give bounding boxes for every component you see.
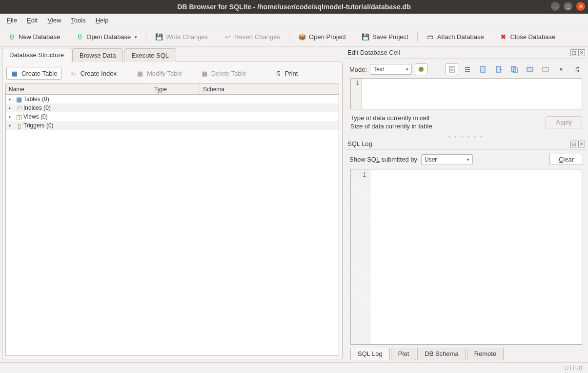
bottom-tab-db-schema[interactable]: DB Schema xyxy=(417,348,466,360)
cell-editor[interactable]: 1 xyxy=(350,78,582,109)
null-icon xyxy=(527,66,533,73)
tab-database-structure[interactable]: Database Structure xyxy=(2,48,71,62)
svg-point-0 xyxy=(419,67,424,72)
expand-icon[interactable]: ▸ xyxy=(9,123,15,128)
dot-button[interactable] xyxy=(555,63,568,75)
print-cell-button[interactable] xyxy=(570,63,583,75)
panel-close-button[interactable]: ✕ xyxy=(578,49,585,56)
undock-button[interactable]: ◱ xyxy=(570,141,577,147)
tree-row-tables[interactable]: ▸ Tables (0) xyxy=(6,95,339,104)
open-project-button[interactable]: Open Project xyxy=(295,31,349,43)
text-view-button[interactable] xyxy=(446,63,458,75)
copy-icon xyxy=(511,66,518,73)
submitted-by-select[interactable]: User ▾ xyxy=(421,154,473,165)
toolbar-separator xyxy=(417,32,418,42)
indent-button[interactable] xyxy=(415,63,427,75)
apply-button[interactable]: Apply xyxy=(546,116,582,128)
create-index-button[interactable]: Create Index xyxy=(65,67,120,79)
blob-button[interactable] xyxy=(539,63,552,75)
toolbar-separator xyxy=(289,32,289,42)
clear-button[interactable]: Clear xyxy=(549,154,583,165)
attach-database-button[interactable]: Attach Database xyxy=(424,31,487,43)
print-button[interactable]: Print xyxy=(270,67,302,79)
chevron-down-icon: ▾ xyxy=(467,157,469,162)
content-area: Database Structure Browse Data Execute S… xyxy=(0,47,588,362)
modify-table-icon xyxy=(136,69,144,77)
sql-log-toolbar: Show SQL submitted by User ▾ Clear xyxy=(346,150,586,169)
revert-changes-button[interactable]: Revert Changes xyxy=(221,31,283,43)
mode-select[interactable]: Text ▾ xyxy=(370,64,412,75)
dot-icon xyxy=(558,66,565,73)
new-database-button[interactable]: New Database xyxy=(5,31,63,43)
expand-icon[interactable]: ▸ xyxy=(9,97,15,102)
menu-view[interactable]: View xyxy=(43,15,65,26)
menu-tools[interactable]: Tools xyxy=(67,15,89,26)
menu-edit[interactable]: Edit xyxy=(23,15,41,26)
import-icon xyxy=(480,66,487,73)
export-button[interactable] xyxy=(492,63,505,75)
index-icon xyxy=(15,104,23,112)
expand-icon[interactable]: ▸ xyxy=(9,105,15,110)
editor-content[interactable] xyxy=(362,79,582,109)
column-header-schema[interactable]: Schema xyxy=(200,84,339,94)
log-content[interactable] xyxy=(370,169,582,344)
bottom-tab-sql-log[interactable]: SQL Log xyxy=(350,348,390,360)
log-gutter: 1 xyxy=(351,169,370,344)
index-icon xyxy=(69,69,77,77)
editor-gutter: 1 xyxy=(351,79,362,109)
title-bar: DB Browser for SQLite - /home/user/code/… xyxy=(0,0,588,14)
open-database-button[interactable]: Open Database ▾ xyxy=(73,31,140,43)
cell-status-area: Type of data currently in cell Size of d… xyxy=(346,109,586,131)
minimize-button[interactable]: — xyxy=(551,2,560,11)
svg-rect-12 xyxy=(527,67,533,71)
menu-file[interactable]: File xyxy=(3,15,21,26)
format-button[interactable] xyxy=(461,63,474,75)
bottom-tab-remote[interactable]: Remote xyxy=(467,348,504,360)
write-changes-button[interactable]: Write Changes xyxy=(152,31,211,43)
sql-log-editor[interactable]: 1 xyxy=(350,169,582,345)
edit-cell-title: Edit Database Cell xyxy=(347,49,400,56)
trigger-icon xyxy=(15,122,23,129)
tree-row-indices[interactable]: ▸ Indices (0) xyxy=(6,104,339,112)
tree-rows: ▸ Tables (0) ▸ Indices (0) ▸ Views (0) xyxy=(6,95,339,355)
delete-table-button[interactable]: Delete Table ▾ xyxy=(197,67,257,79)
sql-log-header: SQL Log ◱ ✕ xyxy=(346,138,586,150)
tab-execute-sql[interactable]: Execute SQL xyxy=(124,48,176,62)
save-project-button[interactable]: Save Project xyxy=(359,31,411,43)
tab-browse-data[interactable]: Browse Data xyxy=(72,48,123,62)
structure-panel: Create Table Create Index Modify Table ▾… xyxy=(2,62,343,359)
close-database-button[interactable]: Close Database xyxy=(497,31,559,43)
cell-size-status: Size of data currently in table xyxy=(350,123,432,130)
modify-table-button[interactable]: Modify Table ▾ xyxy=(132,67,193,79)
column-header-type[interactable]: Type xyxy=(151,84,200,94)
menu-help[interactable]: Help xyxy=(92,15,113,26)
close-icon xyxy=(500,33,507,41)
chevron-down-icon: ▾ xyxy=(406,67,408,72)
encoding-indicator: UTF-8 xyxy=(564,364,582,372)
null-button[interactable] xyxy=(524,63,536,75)
window-title: DB Browser for SQLite - /home/user/code/… xyxy=(177,3,410,11)
tree-row-triggers[interactable]: ▸ Triggers (0) xyxy=(6,121,339,130)
project-open-icon xyxy=(298,33,306,41)
tree-header: Name Type Schema xyxy=(6,84,339,95)
blob-icon xyxy=(542,66,549,73)
undock-button[interactable]: ◱ xyxy=(570,49,577,56)
create-table-button[interactable]: Create Table xyxy=(6,67,61,80)
panel-close-button[interactable]: ✕ xyxy=(578,141,585,147)
column-header-name[interactable]: Name xyxy=(6,84,151,94)
tree-row-views[interactable]: ▸ Views (0) xyxy=(6,112,339,121)
expand-icon[interactable]: ▸ xyxy=(9,114,15,119)
bottom-tab-plot[interactable]: Plot xyxy=(391,348,416,360)
edit-cell-toolbar: Mode: Text ▾ xyxy=(346,59,586,78)
schema-tree[interactable]: Name Type Schema ▸ Tables (0) ▸ Indices … xyxy=(5,83,339,356)
delete-table-icon xyxy=(201,69,208,77)
import-button[interactable] xyxy=(477,63,489,75)
close-window-button[interactable]: ✕ xyxy=(576,2,585,11)
left-pane: Database Structure Browse Data Execute S… xyxy=(0,47,345,362)
copy-button[interactable] xyxy=(508,63,521,75)
svg-rect-13 xyxy=(543,67,548,71)
print-icon xyxy=(573,65,581,73)
right-pane: Edit Database Cell ◱ ✕ Mode: Text ▾ xyxy=(345,47,588,362)
database-open-icon xyxy=(76,33,83,41)
maximize-button[interactable]: ◻ xyxy=(564,2,572,11)
